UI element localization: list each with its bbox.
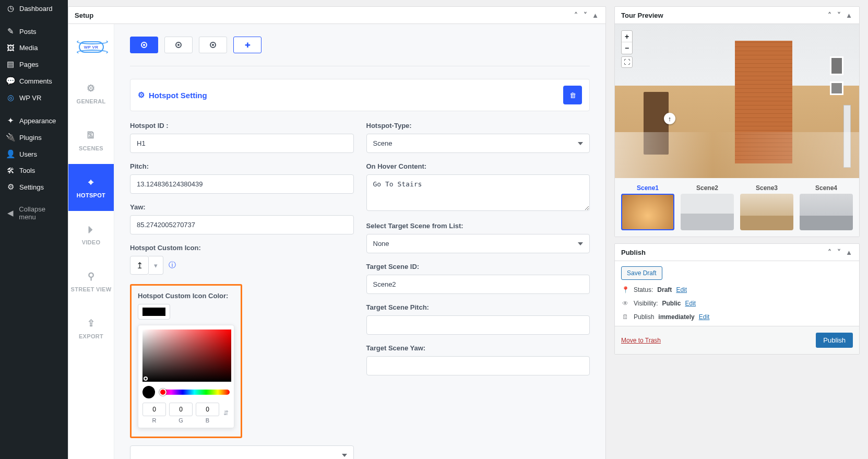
pitch-input[interactable]	[130, 174, 354, 194]
hotspot-id-input[interactable]	[130, 134, 354, 153]
tab-streetview[interactable]: ⚲STREET VIEW	[68, 258, 114, 305]
panel-up-icon[interactable]: ˄	[572, 11, 580, 19]
on-hover-label: On Hover Content:	[366, 162, 590, 170]
plugins-icon: 🔌	[5, 133, 16, 142]
icon-picker-dropdown[interactable]: ▾	[149, 256, 163, 275]
target-scene-select[interactable]: None	[366, 234, 590, 253]
fullscreen-icon: ⛶	[624, 58, 630, 66]
settings-icon: ⚙	[5, 182, 16, 192]
scene-thumb-3[interactable]: Scene3	[740, 184, 793, 230]
color-saturation-area[interactable]	[142, 329, 231, 382]
scene-thumbnails: Scene1 Scene2 Scene3 Scene4	[615, 178, 859, 237]
scene-thumb-1[interactable]: Scene1	[621, 184, 674, 230]
hotspot-setting-header: ⚙Hotspot Setting 🗑	[130, 79, 590, 111]
hotspot-nav-3[interactable]	[199, 37, 227, 53]
color-cursor[interactable]	[144, 376, 148, 381]
yaw-label: Yaw:	[130, 203, 354, 211]
arrow-up-icon: ↑	[668, 115, 672, 123]
zoom-in-button[interactable]: +	[622, 31, 632, 42]
hotspot-type-select[interactable]: Scene	[366, 134, 590, 153]
target-scene-id-input[interactable]	[366, 275, 590, 294]
panel-up-icon[interactable]: ˄	[826, 248, 834, 256]
scene-thumb-2[interactable]: Scene2	[681, 184, 734, 230]
status-row: 📍 Status: Draft Edit	[621, 286, 853, 293]
icon-picker-preview[interactable]: ↥	[130, 256, 149, 275]
publish-title: Publish	[621, 249, 646, 256]
delete-hotspot-button[interactable]: 🗑	[563, 86, 582, 104]
hue-slider[interactable]	[159, 390, 230, 395]
color-format-toggle[interactable]: ⇵	[222, 403, 230, 423]
nav-pages[interactable]: ▤Pages	[0, 56, 68, 73]
edit-status-link[interactable]: Edit	[676, 286, 687, 293]
custom-icon-label: Hotspot Custom Icon:	[130, 244, 354, 252]
info-icon[interactable]: ⓘ	[169, 261, 176, 270]
media-icon: 🖾	[5, 43, 16, 52]
pin-icon: 📍	[621, 286, 629, 293]
panel-down-icon[interactable]: ˅	[835, 248, 843, 256]
panel-toggle-icon[interactable]: ▴	[845, 248, 853, 256]
nav-comments[interactable]: 💬Comments	[0, 73, 68, 89]
collapse-icon: ◀	[5, 208, 15, 218]
nav-collapse[interactable]: ◀Collapse menu	[0, 202, 68, 225]
tour-preview-header: Tour Preview ˄ ˅ ▴	[615, 7, 859, 24]
target-yaw-input[interactable]	[366, 356, 590, 375]
extra-select-1[interactable]	[130, 445, 354, 459]
panel-down-icon[interactable]: ˅	[835, 11, 843, 19]
zoom-out-button[interactable]: −	[622, 42, 632, 54]
target-scene-id-label: Target Scene ID:	[366, 263, 590, 270]
tab-general[interactable]: ⚙GENERAL	[68, 70, 114, 117]
hotspot-dot-icon	[210, 42, 216, 48]
tab-video[interactable]: ⏵VIDEO	[68, 211, 114, 258]
publish-panel: Publish ˄ ˅ ▴ Save Draft 📍 Status: Draft…	[614, 243, 860, 355]
gear-icon: ⚙	[87, 83, 95, 94]
tab-hotspot[interactable]: ⌖HOTSPOT	[68, 164, 114, 211]
nav-wpvr[interactable]: ◎WP VR	[0, 89, 68, 106]
hotspot-type-label: Hotspot-Type:	[366, 122, 590, 130]
panel-toggle-icon[interactable]: ▴	[845, 11, 853, 19]
appearance-icon: ✦	[5, 116, 16, 125]
edit-visibility-link[interactable]: Edit	[685, 300, 696, 307]
panel-up-icon[interactable]: ˄	[826, 11, 834, 19]
on-hover-textarea[interactable]: Go To Stairs	[366, 174, 590, 211]
fullscreen-button[interactable]: ⛶	[621, 56, 633, 68]
color-b-input[interactable]	[196, 403, 219, 416]
tour-preview-viewport[interactable]: + − ⛶ ↑	[615, 24, 859, 178]
hotspot-dot-icon	[141, 42, 147, 48]
publish-button[interactable]: Publish	[816, 333, 853, 348]
hotspot-marker[interactable]: ↑	[664, 113, 675, 124]
nav-dashboard[interactable]: ◷Dashboard	[0, 0, 68, 17]
nav-plugins[interactable]: 🔌Plugins	[0, 129, 68, 146]
tab-scenes[interactable]: 🖻SCENES	[68, 117, 114, 164]
trash-icon: 🗑	[569, 91, 576, 99]
hue-knob[interactable]	[159, 389, 167, 396]
color-swatch-preview	[142, 308, 165, 316]
nav-users[interactable]: 👤Users	[0, 146, 68, 162]
color-swatch-button[interactable]	[138, 304, 170, 320]
color-r-input[interactable]	[142, 403, 166, 416]
hotspot-nav-2[interactable]	[164, 37, 193, 53]
target-yaw-label: Target Scene Yaw:	[366, 344, 590, 352]
nav-media[interactable]: 🖾Media	[0, 40, 68, 56]
hotspot-nav: ✚	[130, 37, 590, 66]
custom-icon-color-label: Hotspot Custom Icon Color:	[138, 292, 234, 300]
nav-posts[interactable]: ✎Posts	[0, 23, 68, 40]
nav-appearance[interactable]: ✦Appearance	[0, 112, 68, 129]
color-g-input[interactable]	[169, 403, 193, 416]
hotspot-nav-1[interactable]	[130, 37, 158, 53]
nav-tools[interactable]: 🛠Tools	[0, 162, 68, 179]
edit-schedule-link[interactable]: Edit	[699, 313, 710, 321]
yaw-input[interactable]	[130, 215, 354, 234]
setup-panel-header: Setup ˄ ˅ ▴	[68, 7, 605, 24]
hotspot-add-button[interactable]: ✚	[233, 37, 261, 53]
panel-down-icon[interactable]: ˅	[581, 11, 589, 19]
panel-toggle-icon[interactable]: ▴	[591, 11, 599, 19]
users-icon: 👤	[5, 149, 16, 159]
tab-export[interactable]: ⇪EXPORT	[68, 305, 114, 352]
streetview-icon: ⚲	[88, 270, 94, 282]
scene-thumb-4[interactable]: Scene4	[800, 184, 853, 230]
visibility-row: 👁 Visibility: Public Edit	[621, 300, 853, 307]
move-to-trash-link[interactable]: Move to Trash	[621, 337, 661, 344]
save-draft-button[interactable]: Save Draft	[621, 266, 662, 280]
nav-settings[interactable]: ⚙Settings	[0, 179, 68, 195]
target-pitch-input[interactable]	[366, 315, 590, 335]
